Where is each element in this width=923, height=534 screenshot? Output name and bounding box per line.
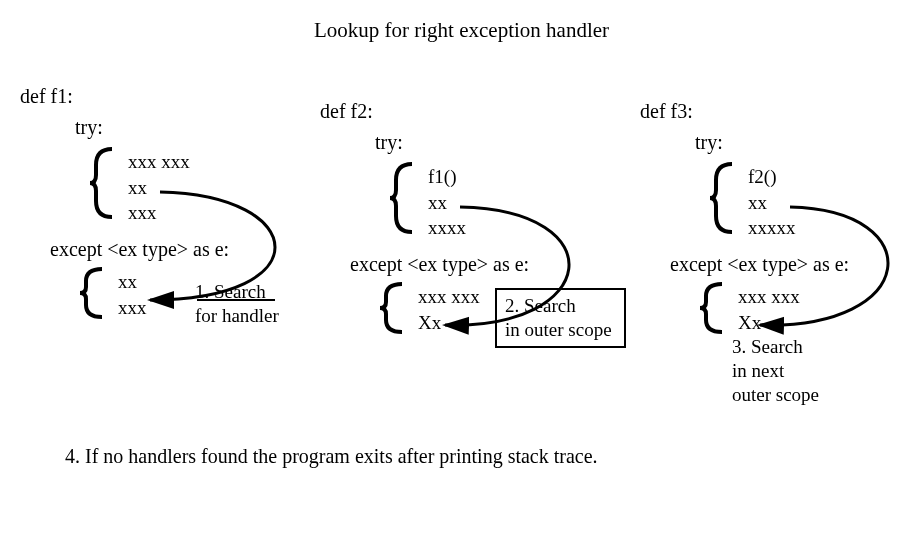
step-text: outer scope — [732, 383, 819, 407]
step-label-3: 3. Search in next outer scope — [732, 335, 819, 406]
try-body: f2() xx xxxxx — [708, 162, 923, 241]
except-body: xxx xxx Xx — [698, 282, 923, 335]
step-text: in next — [732, 359, 819, 383]
diagram-title: Lookup for right exception handler — [0, 18, 923, 43]
step-text: in outer scope — [505, 318, 612, 342]
def-line: def f2: — [320, 100, 620, 123]
code-line: xx — [128, 175, 320, 201]
brace-icon — [708, 162, 734, 234]
code-line: xxxxx — [748, 215, 923, 241]
footer-note: 4. If no handlers found the program exit… — [65, 445, 598, 468]
def-line: def f1: — [20, 85, 320, 108]
step-text: 3. Search — [732, 335, 819, 359]
code-line: xxx xxx — [738, 284, 923, 310]
brace-icon — [78, 267, 104, 319]
try-keyword: try: — [695, 131, 923, 154]
code-line: xxx xxx — [128, 149, 320, 175]
step-text: 1. Search — [195, 280, 279, 304]
code-line: xxx — [128, 200, 320, 226]
code-line: f1() — [428, 164, 620, 190]
try-keyword: try: — [375, 131, 620, 154]
try-keyword: try: — [75, 116, 320, 139]
step-label-1: 1. Search for handler — [195, 280, 279, 328]
except-keyword: except <ex type> as e: — [50, 238, 320, 261]
code-line: xx — [428, 190, 620, 216]
except-keyword: except <ex type> as e: — [350, 253, 620, 276]
step-label-2: 2. Search in outer scope — [495, 288, 626, 348]
code-line: xxxx — [428, 215, 620, 241]
def-line: def f3: — [640, 100, 923, 123]
step-text: for handler — [195, 304, 279, 328]
function-block-f3: def f3: try: f2() xx xxxxx except <ex ty… — [640, 100, 923, 335]
try-body: f1() xx xxxx — [388, 162, 620, 241]
brace-icon — [698, 282, 724, 334]
code-line: xx — [748, 190, 923, 216]
brace-icon — [388, 162, 414, 234]
code-line: Xx — [738, 310, 923, 336]
code-line: f2() — [748, 164, 923, 190]
brace-icon — [378, 282, 404, 334]
try-body: xxx xxx xx xxx — [88, 147, 320, 226]
except-keyword: except <ex type> as e: — [670, 253, 923, 276]
brace-icon — [88, 147, 114, 219]
step-text: 2. Search — [505, 294, 612, 318]
